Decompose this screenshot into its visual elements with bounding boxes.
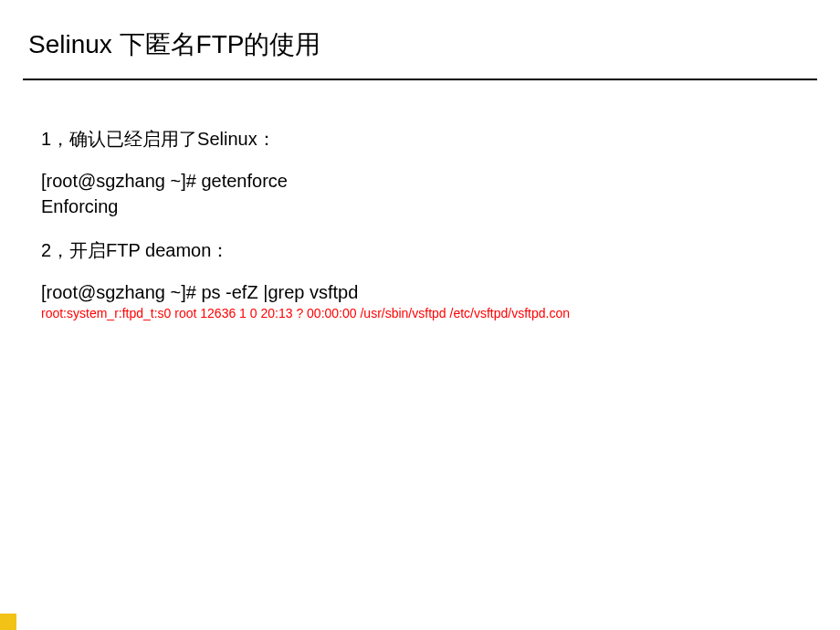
slide-title: Selinux 下匿名FTP的使用 <box>23 27 817 79</box>
title-underline <box>23 79 817 80</box>
step1-command: [root@sgzhang ~]# getenforce <box>41 168 817 194</box>
step1-label: 1，确认已经启用了Selinux： <box>41 126 817 152</box>
step1-output: Enforcing <box>41 194 817 219</box>
title-block: Selinux 下匿名FTP的使用 <box>23 27 817 80</box>
step2-command: [root@sgzhang ~]# ps -efZ |grep vsftpd <box>41 279 817 305</box>
content-area: 1，确认已经启用了Selinux： [root@sgzhang ~]# gete… <box>23 126 817 323</box>
step2-output: root:system_r:ftpd_t:s0 root 12636 1 0 2… <box>41 305 817 323</box>
step2-label: 2，开启FTP deamon： <box>41 237 817 263</box>
step2-command-block: [root@sgzhang ~]# ps -efZ |grep vsftpd r… <box>41 279 817 323</box>
slide-container: Selinux 下匿名FTP的使用 1，确认已经启用了Selinux： [roo… <box>0 0 840 630</box>
step1-command-block: [root@sgzhang ~]# getenforce Enforcing <box>41 168 817 219</box>
decorative-square <box>0 614 16 630</box>
